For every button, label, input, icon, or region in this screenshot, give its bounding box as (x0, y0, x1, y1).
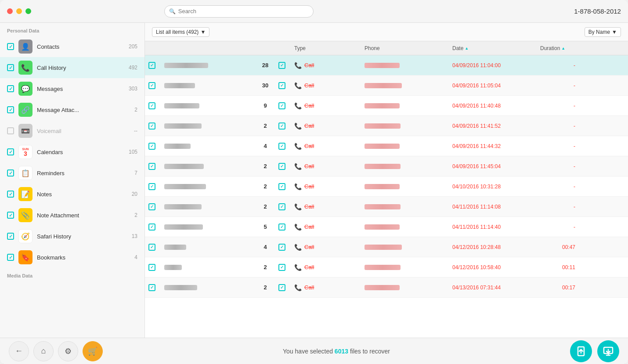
sidebar-item-bookmarks[interactable]: ✓ 🔖 Bookmarks 4 (0, 247, 144, 268)
msgattach-checkbox[interactable]: ✓ (7, 106, 14, 113)
row-checkbox[interactable]: ✓ (148, 183, 155, 190)
table-row[interactable]: ✓ 2 ✓ 📞 Call 04/09/2016 11:45:04 - (145, 156, 628, 177)
row-checkbox[interactable]: ✓ (148, 143, 155, 150)
row-duration: - (540, 224, 575, 230)
row-type-checkbox[interactable]: ✓ (278, 264, 285, 271)
noteattach-icon: 📎 (18, 208, 32, 222)
row-date: 04/10/2016 10:31:28 (452, 184, 540, 190)
row-type-checkbox[interactable]: ✓ (278, 123, 285, 130)
call-history-icon: 📞 (18, 61, 32, 75)
notes-icon: 📝 (18, 187, 32, 201)
row-type-checkbox[interactable]: ✓ (278, 244, 285, 251)
sidebar-item-message-attach[interactable]: ✓ 🔗 Message Attac... 2 (0, 99, 144, 120)
table-row[interactable]: ✓ 2 ✓ 📞 Call 04/10/2016 10:31:28 - (145, 177, 628, 197)
row-duration: - (540, 204, 575, 210)
home-button[interactable]: ⌂ (33, 341, 54, 361)
sidebar-item-calendars[interactable]: ✓ SUN3 Calendars 105 (0, 141, 144, 162)
call-type-label: Call (304, 244, 314, 250)
row-type-checkbox[interactable]: ✓ (278, 163, 285, 170)
back-button[interactable]: ← (9, 341, 29, 361)
row-checkbox[interactable]: ✓ (148, 244, 155, 251)
row-checkbox[interactable]: ✓ (148, 102, 155, 109)
cart-button[interactable]: 🛒 (83, 341, 103, 361)
contacts-checkbox[interactable]: ✓ (7, 43, 14, 50)
row-type-checkbox[interactable]: ✓ (278, 82, 285, 89)
row-phone (365, 204, 452, 209)
table-row[interactable]: ✓ 4 ✓ 📞 Call 04/09/2016 11:44:32 - (145, 136, 628, 156)
personal-data-label: Personal Data (0, 23, 144, 36)
row-type-checkbox[interactable]: ✓ (278, 143, 285, 150)
messages-checkbox[interactable]: ✓ (7, 85, 14, 92)
sidebar-item-note-attach[interactable]: ✓ 📎 Note Attachment 2 (0, 205, 144, 226)
row-type: 📞 Call (294, 82, 365, 89)
table-row[interactable]: ✓ 2 ✓ 📞 Call 04/12/2016 10:58:40 00:11 (145, 257, 628, 278)
call-type-label: Call (304, 284, 314, 291)
sidebar-item-contacts[interactable]: ✓ 👤 Contacts 205 (0, 36, 144, 57)
row-checkbox[interactable]: ✓ (148, 163, 155, 170)
row-phone (365, 164, 452, 169)
sidebar-item-safari[interactable]: ✓ 🧭 Safari History 13 (0, 226, 144, 247)
call-phone-icon: 📞 (294, 203, 302, 210)
row-checkbox[interactable]: ✓ (148, 264, 155, 271)
table-row[interactable]: ✓ 28 ✓ 📞 Call 04/09/2016 11:04:00 - (145, 55, 628, 76)
sidebar-item-call-history[interactable]: ✓ 📞 Call History 492 (0, 57, 144, 78)
by-name-label: By Name (588, 29, 610, 35)
row-checkbox[interactable]: ✓ (148, 284, 155, 291)
row-checkbox[interactable]: ✓ (148, 62, 155, 69)
col-head-duration[interactable]: Duration ▲ (540, 45, 575, 51)
col-head-date[interactable]: Date ▲ (452, 45, 540, 51)
row-type-checkbox[interactable]: ✓ (278, 223, 285, 231)
row-phone (365, 184, 452, 189)
by-name-button[interactable]: By Name ▼ (585, 27, 621, 37)
recover-to-pc-button[interactable] (597, 340, 619, 362)
call-type-label: Call (304, 264, 314, 270)
phone-number: 1-878-058-2012 (574, 7, 621, 15)
notes-checkbox[interactable]: ✓ (7, 191, 14, 198)
bookmarks-count: 4 (134, 254, 137, 260)
noteattach-checkbox[interactable]: ✓ (7, 212, 14, 219)
row-type-checkbox[interactable]: ✓ (278, 102, 285, 109)
voicemail-checkbox[interactable] (7, 127, 14, 134)
call-type-label: Call (304, 102, 314, 109)
table-row[interactable]: ✓ 30 ✓ 📞 Call 04/09/2016 11:05:04 - (145, 76, 628, 96)
row-checkbox[interactable]: ✓ (148, 203, 155, 210)
table-row[interactable]: ✓ 9 ✓ 📞 Call 04/09/2016 11:40:48 - (145, 96, 628, 116)
table-row[interactable]: ✓ 2 ✓ 📞 Call 04/09/2016 11:41:52 - (145, 116, 628, 136)
row-type-checkbox[interactable]: ✓ (278, 183, 285, 190)
messages-label: Messages (37, 86, 124, 92)
minimize-button[interactable] (16, 8, 22, 14)
row-checkbox[interactable]: ✓ (148, 123, 155, 130)
sidebar-item-messages[interactable]: ✓ 💬 Messages 303 (0, 78, 144, 99)
row-count: 28 (252, 62, 278, 68)
close-button[interactable] (7, 8, 13, 14)
maximize-button[interactable] (25, 8, 31, 14)
calendars-checkbox[interactable]: ✓ (7, 148, 14, 155)
row-duration: - (540, 62, 575, 68)
bookmarks-checkbox[interactable]: ✓ (7, 254, 14, 261)
row-checkbox[interactable]: ✓ (148, 82, 155, 89)
sidebar-item-notes[interactable]: ✓ 📝 Notes 20 (0, 184, 144, 205)
row-name (164, 224, 252, 230)
sidebar-item-voicemail[interactable]: 📼 Voicemail -- (0, 120, 144, 141)
row-date: 04/09/2016 11:41:52 (452, 123, 540, 129)
safari-checkbox[interactable]: ✓ (7, 233, 14, 240)
table-row[interactable]: ✓ 2 ✓ 📞 Call 04/13/2016 07:31:44 00:17 (145, 278, 628, 298)
table-row[interactable]: ✓ 2 ✓ 📞 Call 04/11/2016 11:14:08 - (145, 197, 628, 217)
reminders-checkbox[interactable]: ✓ (7, 169, 14, 177)
row-type-checkbox[interactable]: ✓ (278, 203, 285, 210)
row-duration: 00:11 (540, 264, 575, 270)
settings-button[interactable]: ⚙ (58, 341, 78, 361)
search-input[interactable] (178, 8, 309, 14)
list-filter-button[interactable]: List all items (492) ▼ (152, 27, 209, 37)
recover-to-device-button[interactable] (570, 340, 592, 362)
call-history-label: Call History (37, 65, 124, 71)
table-row[interactable]: ✓ 5 ✓ 📞 Call 04/11/2016 11:14:40 - (145, 217, 628, 237)
row-type-checkbox[interactable]: ✓ (278, 62, 285, 69)
row-type-checkbox[interactable]: ✓ (278, 284, 285, 291)
table-row[interactable]: ✓ 4 ✓ 📞 Call 04/12/2016 10:28:48 00:47 (145, 237, 628, 257)
noteattach-count: 2 (134, 212, 137, 218)
call-history-checkbox[interactable]: ✓ (7, 64, 14, 71)
row-checkbox[interactable]: ✓ (148, 223, 155, 231)
sidebar-item-reminders[interactable]: ✓ 📋 Reminders 7 (0, 162, 144, 184)
call-type-label: Call (304, 163, 314, 169)
